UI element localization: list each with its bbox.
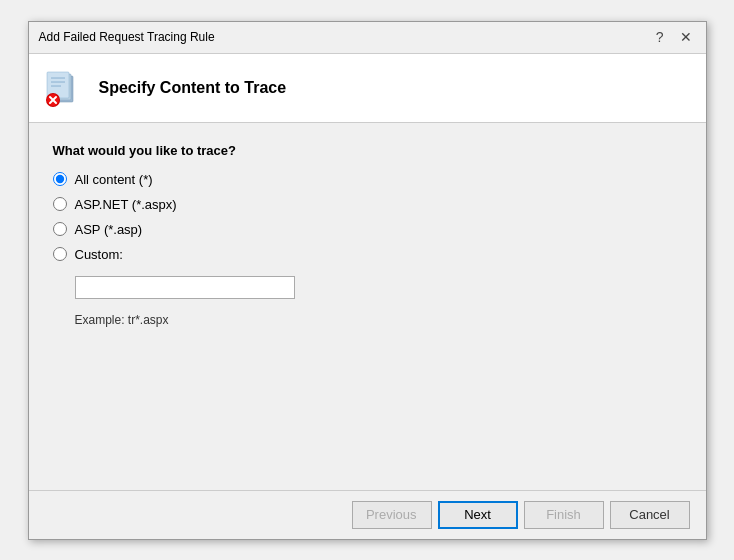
radio-all-content[interactable] [53, 172, 67, 186]
question-label: What would you like to trace? [53, 143, 682, 158]
radio-group: All content (*) ASP.NET (*.aspx) ASP (*.… [53, 172, 682, 327]
option-custom[interactable]: Custom: [53, 247, 682, 262]
option-all-content-label: All content (*) [75, 172, 153, 187]
content-section: What would you like to trace? All conten… [29, 123, 706, 490]
next-button[interactable]: Next [438, 501, 518, 529]
footer-section: Previous Next Finish Cancel [29, 490, 706, 539]
title-bar: Add Failed Request Tracing Rule ? ✕ [29, 22, 706, 54]
option-asp-label: ASP (*.asp) [75, 222, 143, 237]
title-bar-controls: ? ✕ [652, 30, 696, 44]
dialog-title: Add Failed Request Tracing Rule [39, 30, 215, 44]
cancel-button[interactable]: Cancel [610, 501, 690, 529]
option-custom-label: Custom: [75, 247, 123, 262]
radio-asp[interactable] [53, 222, 67, 236]
option-all-content[interactable]: All content (*) [53, 172, 682, 187]
option-aspnet[interactable]: ASP.NET (*.aspx) [53, 197, 682, 212]
finish-button[interactable]: Finish [524, 501, 604, 529]
header-icon-container [45, 68, 85, 108]
close-button[interactable]: ✕ [676, 30, 696, 44]
custom-input-row [75, 276, 682, 299]
header-title: Specify Content to Trace [99, 79, 287, 97]
custom-pattern-input[interactable] [75, 276, 295, 299]
example-text: Example: tr*.aspx [75, 313, 682, 327]
help-button[interactable]: ? [652, 30, 668, 44]
error-badge-icon [45, 92, 61, 108]
radio-custom[interactable] [53, 247, 67, 261]
header-section: Specify Content to Trace [29, 54, 706, 123]
radio-aspnet[interactable] [53, 197, 67, 211]
option-aspnet-label: ASP.NET (*.aspx) [75, 197, 177, 212]
dialog: Add Failed Request Tracing Rule ? ✕ [28, 21, 707, 540]
option-asp[interactable]: ASP (*.asp) [53, 222, 682, 237]
previous-button[interactable]: Previous [352, 501, 432, 529]
